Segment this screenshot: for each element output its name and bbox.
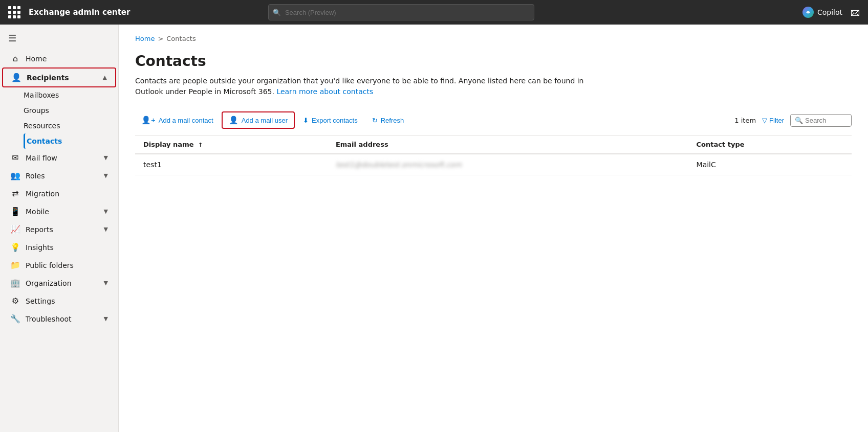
breadcrumb-current: Contacts (166, 35, 196, 42)
migration-icon: ⇄ (10, 189, 20, 198)
contacts-table: Display name ↑ Email address Contact typ… (135, 135, 852, 175)
cell-email-address: test1@doubletest.onmicrosoft.com (328, 154, 688, 175)
copilot-icon (802, 6, 814, 18)
layout: ☰ ⌂ Home 👤 Recipients ▲ Mailboxes Groups… (0, 25, 868, 432)
search-input[interactable] (805, 117, 846, 124)
add-user-icon: 👤 (229, 116, 238, 125)
search-box: 🔍 (790, 114, 852, 127)
export-contacts-button[interactable]: ⬇ Export contacts (297, 113, 364, 127)
reports-chevron-icon: ▼ (104, 226, 108, 233)
copilot-label: Copilot (817, 8, 842, 16)
sidebar-sub-item-contacts[interactable]: Contacts (24, 133, 116, 149)
cell-email-blurred: test1@doubletest.onmicrosoft.com (336, 161, 462, 169)
mobile-icon: 📱 (10, 207, 20, 216)
recipients-chevron-icon: ▲ (103, 74, 107, 81)
recipients-submenu: Mailboxes Groups Resources Contacts (0, 87, 118, 149)
sidebar-item-insights[interactable]: 💡 Insights (2, 238, 116, 256)
breadcrumb-home[interactable]: Home (135, 35, 155, 42)
col-display-name[interactable]: Display name ↑ (135, 135, 328, 154)
learn-more-link[interactable]: Learn more about contacts (276, 87, 373, 96)
col-email-address: Email address (328, 135, 688, 154)
mail-flow-chevron-icon: ▼ (104, 154, 108, 161)
col-contact-type: Contact type (688, 135, 852, 154)
cell-display-name: test1 (135, 154, 328, 175)
topbar-right: Copilot 🖂 (802, 6, 860, 18)
sidebar-item-troubleshoot[interactable]: 🔧 Troubleshoot ▼ (2, 310, 116, 328)
refresh-button[interactable]: ↻ Refresh (366, 113, 410, 127)
sidebar-sub-item-mailboxes[interactable]: Mailboxes (24, 87, 116, 103)
roles-chevron-icon: ▼ (104, 172, 108, 179)
cell-contact-type: MailC (688, 154, 852, 175)
sidebar-item-public-folders[interactable]: 📁 Public folders (2, 256, 116, 274)
settings-icon: ⚙ (10, 296, 20, 306)
mail-flow-icon: ✉ (10, 153, 20, 163)
page-description: Contacts are people outside your organiz… (135, 76, 596, 97)
troubleshoot-icon: 🔧 (10, 314, 20, 324)
page-title: Contacts (135, 53, 852, 70)
add-mail-user-button[interactable]: 👤 Add a mail user (222, 111, 295, 129)
sidebar-item-migration[interactable]: ⇄ Migration (2, 185, 116, 202)
sidebar-item-home[interactable]: ⌂ Home (2, 50, 116, 67)
topbar: Exchange admin center 🔍 Copilot 🖂 (0, 0, 868, 25)
troubleshoot-chevron-icon: ▼ (104, 315, 108, 322)
recipients-icon: 👤 (11, 73, 21, 82)
waffle-icon[interactable] (8, 6, 20, 18)
roles-icon: 👥 (10, 171, 20, 180)
main-content: Home > Contacts Contacts Contacts are pe… (119, 25, 868, 432)
sidebar-item-organization[interactable]: 🏢 Organization ▼ (2, 274, 116, 292)
toolbar: 👤+ Add a mail contact 👤 Add a mail user … (135, 111, 852, 135)
organization-icon: 🏢 (10, 278, 20, 288)
sidebar-item-mobile[interactable]: 📱 Mobile ▼ (2, 202, 116, 220)
filter-icon: ▽ (762, 117, 767, 124)
sidebar-sub-item-resources[interactable]: Resources (24, 118, 116, 133)
app-title: Exchange admin center (29, 8, 130, 17)
sidebar-item-recipients[interactable]: 👤 Recipients ▲ (2, 67, 116, 87)
global-search: 🔍 (268, 4, 534, 20)
sidebar-item-reports[interactable]: 📈 Reports ▼ (2, 220, 116, 238)
global-search-input[interactable] (268, 4, 534, 20)
insights-icon: 💡 (10, 242, 20, 252)
add-contact-icon: 👤+ (141, 116, 156, 125)
search-icon: 🔍 (273, 9, 281, 16)
sidebar: ☰ ⌂ Home 👤 Recipients ▲ Mailboxes Groups… (0, 25, 119, 432)
refresh-icon: ↻ (372, 117, 378, 124)
add-mail-contact-button[interactable]: 👤+ Add a mail contact (135, 112, 220, 128)
organization-chevron-icon: ▼ (104, 280, 108, 286)
breadcrumb-separator: > (158, 35, 163, 42)
reports-icon: 📈 (10, 224, 20, 234)
export-icon: ⬇ (303, 117, 309, 124)
sidebar-item-mail-flow[interactable]: ✉ Mail flow ▼ (2, 149, 116, 167)
toolbar-right: 1 item ▽ Filter 🔍 (734, 114, 852, 127)
sort-asc-icon: ↑ (198, 142, 203, 148)
item-count: 1 item (734, 117, 756, 124)
sidebar-item-settings[interactable]: ⚙ Settings (2, 292, 116, 310)
mail-icon[interactable]: 🖂 (851, 7, 860, 18)
filter-button[interactable]: ▽ Filter (762, 117, 784, 124)
inline-search-icon: 🔍 (795, 117, 803, 124)
copilot-button[interactable]: Copilot (802, 6, 842, 18)
breadcrumb: Home > Contacts (135, 35, 852, 42)
sidebar-sub-item-groups[interactable]: Groups (24, 103, 116, 118)
home-icon: ⌂ (10, 54, 20, 63)
public-folders-icon: 📁 (10, 260, 20, 270)
sidebar-item-roles[interactable]: 👥 Roles ▼ (2, 167, 116, 185)
mobile-chevron-icon: ▼ (104, 208, 108, 215)
table-row[interactable]: test1 test1@doubletest.onmicrosoft.com M… (135, 154, 852, 175)
hamburger-button[interactable]: ☰ (0, 29, 118, 50)
